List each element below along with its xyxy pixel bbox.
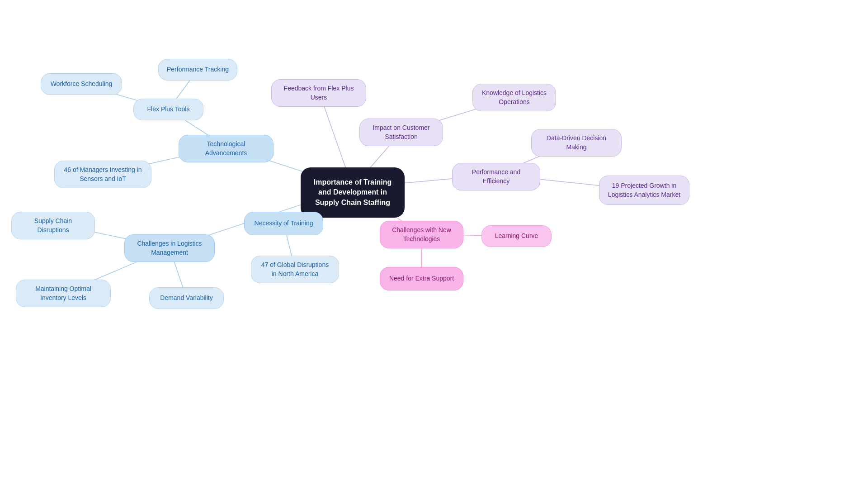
node-label-necessityTraining: Necessity of Training (255, 219, 313, 228)
mind-map-container: Importance of Training and Development i… (0, 0, 868, 490)
node-label-impactCustomer: Impact on Customer Satisfaction (368, 124, 434, 141)
node-knowledgeLogistics: Knowledge of Logistics Operations (472, 84, 556, 111)
node-necessityTraining: Necessity of Training (244, 212, 323, 235)
node-projectedGrowth: 19 Projected Growth in Logistics Analyti… (599, 176, 689, 205)
node-demandVariability: Demand Variability (149, 287, 224, 309)
node-sensorsIoT: 46 of Managers Investing in Sensors and … (54, 161, 151, 188)
node-feedbackFlex: Feedback from Flex Plus Users (271, 79, 366, 107)
node-label-workforceScheduling: Workforce Scheduling (51, 80, 113, 89)
node-label-flexPlusTools: Flex Plus Tools (147, 105, 190, 114)
node-workforceScheduling: Workforce Scheduling (41, 73, 122, 95)
node-label-projectedGrowth: 19 Projected Growth in Logistics Analyti… (608, 181, 681, 199)
node-needExtraSupport: Need for Extra Support (380, 267, 463, 290)
node-label-demandVariability: Demand Variability (160, 294, 212, 303)
node-challengesLogMgmt: Challenges in Logistics Management (124, 234, 215, 262)
node-flexPlusTools: Flex Plus Tools (133, 99, 203, 120)
node-label-supplyChainDisruptions: Supply Chain Disruptions (20, 217, 86, 234)
node-supplyChainDisruptions: Supply Chain Disruptions (11, 212, 95, 239)
node-maintainingInventory: Maintaining Optimal Inventory Levels (16, 280, 111, 307)
node-label-techAdv: Technological Advancements (187, 140, 265, 157)
node-label-needExtraSupport: Need for Extra Support (389, 274, 454, 283)
node-perfEfficiency: Performance and Efficiency (452, 163, 540, 190)
node-label-challengesNewTech: Challenges with New Technologies (388, 226, 455, 243)
node-challengesNewTech: Challenges with New Technologies (380, 221, 463, 248)
node-dataDriven: Data-Driven Decision Making (531, 129, 622, 157)
node-center: Importance of Training and Development i… (301, 167, 405, 218)
node-impactCustomer: Impact on Customer Satisfaction (359, 119, 443, 146)
node-label-knowledgeLogistics: Knowledge of Logistics Operations (481, 89, 547, 106)
node-label-feedbackFlex: Feedback from Flex Plus Users (280, 84, 358, 102)
node-globalDisruptions: 47 of Global Disruptions in North Americ… (251, 256, 339, 283)
node-label-globalDisruptions: 47 of Global Disruptions in North Americ… (259, 261, 330, 278)
node-label-sensorsIoT: 46 of Managers Investing in Sensors and … (63, 166, 143, 183)
node-label-perfTracking: Performance Tracking (167, 65, 229, 74)
node-label-maintainingInventory: Maintaining Optimal Inventory Levels (24, 285, 102, 302)
node-label-learningCurve: Learning Curve (495, 232, 538, 241)
node-learningCurve: Learning Curve (481, 225, 552, 247)
node-label-challengesLogMgmt: Challenges in Logistics Management (133, 239, 206, 257)
node-label-perfEfficiency: Performance and Efficiency (461, 168, 532, 186)
node-techAdv: Technological Advancements (179, 135, 274, 162)
node-perfTracking: Performance Tracking (158, 59, 237, 81)
node-label-center: Importance of Training and Development i… (313, 177, 392, 208)
node-label-dataDriven: Data-Driven Decision Making (540, 134, 613, 152)
